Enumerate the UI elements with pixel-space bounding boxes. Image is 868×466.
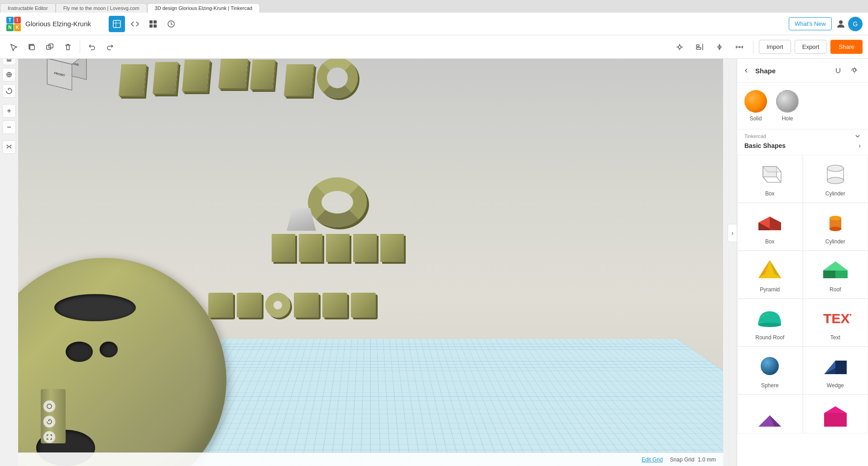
magnet-icon-btn[interactable] (832, 64, 844, 77)
align-btn[interactable] (691, 39, 708, 55)
mirror-btn[interactable] (711, 39, 728, 55)
shape-thumb-extra1 (752, 400, 788, 428)
logo-i: I (14, 17, 21, 24)
svg-point-26 (853, 69, 856, 71)
svg-rect-3 (149, 24, 153, 28)
person-icon (835, 19, 846, 29)
import-btn[interactable]: Import (759, 40, 791, 54)
logo-n: N (6, 24, 14, 31)
shape-roof[interactable]: Roof (803, 251, 868, 299)
hole-option[interactable]: Hole (776, 90, 799, 122)
whats-new-button[interactable]: What's New (789, 17, 832, 30)
fit-all-btn[interactable] (2, 68, 16, 81)
shape-wedge[interactable]: Wedge (803, 347, 868, 395)
shape-panel-icons (832, 64, 861, 77)
light-icon-btn[interactable] (848, 64, 861, 77)
share-btn[interactable]: Share (830, 40, 863, 54)
tinkercad-logo: T I N K (5, 16, 22, 32)
svg-marker-61 (824, 413, 847, 427)
shape-cylinder-wireframe[interactable]: Cylinder (803, 155, 868, 203)
toolbar-divider (80, 41, 80, 53)
orientation-cube[interactable]: FRONT BACK TOP (48, 54, 86, 93)
collapse-icon[interactable] (744, 67, 752, 74)
expand-icon[interactable] (854, 133, 861, 139)
measure-btn[interactable] (731, 39, 748, 55)
shape-thumb-cyl-orange (817, 209, 854, 236)
delete-btn[interactable] (60, 39, 76, 55)
shape-panel: Shape Solid Hole Tinkercad (737, 59, 868, 466)
blocks-btn[interactable] (145, 16, 161, 32)
code-view-btn[interactable] (127, 16, 143, 32)
tab-tinkercad[interactable]: 3D design Glorious Elzing-Krunk | Tinker… (147, 3, 260, 13)
tab-lovesvg[interactable]: Fly me to the moon | Lovesvg.com (56, 3, 147, 13)
redo-btn[interactable] (102, 39, 118, 55)
letter-O (317, 57, 358, 98)
snap-btn[interactable] (671, 39, 688, 55)
cube-front-face: FRONT (47, 58, 72, 91)
toolbar-divider2 (753, 41, 753, 53)
undo-btn[interactable] (84, 39, 100, 55)
shape-cyl-wire-label: Cylinder (825, 190, 845, 197)
project-title: Glorious Elzing-Krunk (25, 20, 91, 28)
zoom-in-btn[interactable] (2, 104, 16, 118)
panel-collapse-arrow[interactable]: › (728, 224, 737, 242)
svg-rect-12 (696, 48, 701, 49)
3d-scene: FRONT BACK TOP (18, 46, 723, 466)
letter-b3 (208, 293, 233, 318)
shapes-chevron[interactable]: › (858, 142, 861, 149)
export-btn[interactable]: Export (795, 40, 827, 54)
profile-area[interactable]: G (835, 17, 863, 31)
rotate-view-btn[interactable] (2, 84, 16, 98)
duplicate-btn[interactable] (42, 39, 58, 55)
letter-E (250, 60, 275, 89)
letter-h (272, 234, 295, 262)
shape-box-wireframe[interactable]: Box (737, 155, 803, 203)
shape-text[interactable]: TEXT TEXT Text (803, 299, 868, 347)
shape-pyramid[interactable]: Pyramid (737, 251, 803, 299)
shape-round-roof[interactable]: Round Roof (737, 299, 803, 347)
letter-row2 (272, 234, 404, 262)
tinkercad-section: Tinkercad (737, 129, 868, 141)
shape-sphere-label: Sphere (761, 382, 779, 389)
shape-wedge-label: Wedge (827, 382, 844, 389)
shape-box-red[interactable]: Box (737, 203, 803, 251)
shape-thumb-extra2 (817, 400, 854, 428)
shape-cyl-orange-label: Cylinder (825, 238, 845, 245)
letter-o2 (353, 234, 377, 262)
nav-rotate-btn[interactable] (43, 415, 56, 428)
shape-thumb-sphere (752, 352, 788, 380)
letter-n2 (380, 234, 404, 262)
reset-view-btn[interactable] (2, 140, 16, 154)
shape-box-wire-label: Box (765, 190, 775, 197)
solid-circle (744, 90, 767, 113)
nav-home-btn[interactable] (43, 400, 56, 413)
shape-panel-title: Shape (755, 67, 828, 75)
shape-box-red-label: Box (765, 238, 775, 245)
canvas-area[interactable]: FRONT BACK TOP (18, 46, 723, 466)
view-nav (43, 400, 56, 443)
solid-option[interactable]: Solid (744, 90, 767, 122)
3d-view-btn[interactable] (109, 16, 125, 32)
shape-header: Shape (737, 59, 868, 83)
edit-grid-link[interactable]: Edit Grid (642, 456, 663, 463)
shape-sphere[interactable]: Sphere (737, 347, 803, 395)
letter-F (119, 64, 146, 96)
shape-extra1[interactable] (737, 395, 803, 433)
zoom-out-btn[interactable] (2, 120, 16, 134)
svg-point-6 (839, 20, 843, 24)
shape-thumb-wedge (817, 352, 854, 380)
shape-extra2[interactable] (803, 395, 868, 433)
svg-rect-1 (149, 20, 153, 24)
select-btn[interactable] (5, 39, 22, 55)
svg-point-34 (827, 177, 844, 184)
simulation-btn[interactable] (163, 16, 179, 32)
shape-cylinder-orange[interactable]: Cylinder (803, 203, 868, 251)
nav-fit-btn[interactable] (43, 431, 56, 443)
copy-btn[interactable] (24, 39, 40, 55)
basic-shapes-title: Basic Shapes (744, 142, 786, 149)
solid-label: Solid (750, 115, 762, 122)
svg-rect-0 (113, 20, 120, 28)
svg-line-30 (777, 177, 781, 182)
tab-instructable[interactable]: Instructable Editor (0, 3, 56, 13)
letter-m2 (326, 234, 350, 262)
